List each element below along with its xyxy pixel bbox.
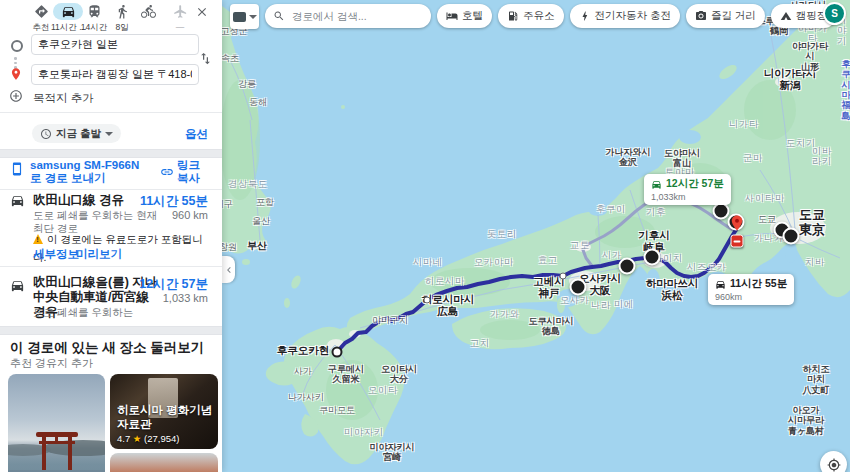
swap-icon (198, 51, 213, 66)
route-time: 11시간 55분 (140, 193, 208, 210)
chevron-left-icon (223, 264, 235, 276)
destination-marker[interactable] (728, 214, 746, 232)
route-title: 吹田山口線 경유 (33, 193, 155, 208)
car-icon (651, 179, 662, 190)
chip-gas[interactable]: 주유소 (498, 4, 564, 28)
chevron-down-icon (105, 132, 113, 136)
place-spot-marker[interactable] (713, 203, 730, 220)
bike-icon (141, 4, 156, 19)
car-icon (61, 4, 76, 19)
close-icon (195, 5, 209, 19)
add-circle-icon (9, 89, 23, 103)
chip-hotel[interactable]: 호텔 (437, 4, 492, 28)
add-destination-label[interactable]: 목적지 추가 (33, 91, 94, 106)
walk-icon (115, 4, 130, 19)
chevron-down-icon (249, 15, 257, 19)
place-card-torii-photo[interactable] (8, 374, 105, 472)
destination-input[interactable] (31, 64, 199, 85)
tab-bike[interactable] (131, 3, 165, 22)
swap-button[interactable] (198, 51, 213, 66)
road-closure-icon[interactable] (731, 235, 744, 248)
add-destination-button[interactable] (9, 89, 23, 103)
via-point-marker (424, 297, 431, 304)
layers-icon (233, 12, 246, 22)
link-icon (160, 165, 174, 179)
map-layers-button[interactable] (230, 4, 259, 29)
star-icon: ★ (133, 433, 142, 444)
search-input[interactable] (290, 9, 404, 23)
search-along-route[interactable] (265, 4, 431, 28)
tab-flight[interactable]: — (163, 3, 197, 32)
warning-icon: ! (33, 234, 43, 244)
send-to-phone-button[interactable]: samsung SM-F966N로 경로 보내기 (30, 159, 150, 185)
route-desc: 도로 폐쇄를 우회하는 (33, 306, 159, 319)
place-card-hiroshima-museum[interactable]: 히로시마 평화기념자료관 4.7 ★ (27,954) (110, 374, 218, 449)
destination-pin-icon (9, 67, 23, 81)
copy-link-button[interactable]: 링크 복사 (177, 159, 211, 185)
directions-icon (34, 4, 49, 19)
route-time: 12시간 57분 (139, 276, 208, 293)
route-distance: 1,033 km (163, 292, 208, 304)
directions-panel: 추천 11시간 ... 14시간 8일 — 목적지 추가 지금 출발 옵션 (0, 0, 222, 472)
clock-icon (40, 128, 52, 140)
places-subheading: 추천 경유지 추가 (10, 356, 93, 371)
gas-icon (507, 10, 519, 22)
car-icon (715, 279, 726, 290)
search-icon (273, 10, 285, 22)
origin-input[interactable] (31, 34, 199, 55)
place-card-rating: 4.7 ★ (27,954) (117, 433, 179, 444)
details-button[interactable]: 세부정보 (33, 247, 79, 262)
route-badge-selected[interactable]: 11시간 55분 960km (708, 274, 794, 305)
place-spot-marker[interactable] (783, 228, 800, 245)
map-chip-row: 호텔주유소전기자동차 충전즐길 거리캠핑장 (437, 4, 836, 28)
flight-icon (173, 4, 188, 19)
via-point-marker (560, 273, 567, 280)
transit-icon (87, 4, 102, 19)
depart-time-selector[interactable]: 지금 출발 (32, 124, 121, 143)
route-badge-alternate[interactable]: 12시간 57분 1,033km (644, 174, 731, 205)
hotel-icon (446, 10, 458, 22)
ev-icon (579, 10, 591, 22)
map-canvas[interactable]: 고성군속초강릉동해경상북도대구포항울산창원부산후쿠오카현사가구루메시 久留米오이… (222, 0, 850, 472)
options-button[interactable]: 옵션 (185, 127, 208, 142)
close-directions-button[interactable] (195, 5, 209, 19)
chip-ev[interactable]: 전기자동차 충전 (570, 4, 680, 28)
place-card-title: 히로시마 평화기념자료관 (117, 403, 218, 431)
smartphone-icon (10, 161, 24, 177)
avatar[interactable]: S (823, 2, 846, 25)
collapse-panel-button[interactable] (222, 256, 235, 283)
map-markers (222, 0, 850, 472)
places-heading: 이 경로에 있는 새 장소 둘러보기 (10, 339, 204, 357)
place-spot-marker[interactable] (644, 249, 661, 266)
chip-camera[interactable]: 즐길 거리 (686, 4, 765, 28)
tent-icon (780, 10, 792, 22)
preview-button[interactable]: 미리보기 (76, 247, 122, 262)
camera-icon (695, 10, 707, 22)
route-distance: 960 km (172, 209, 208, 221)
place-spot-marker[interactable] (619, 258, 636, 275)
origin-dot-icon (11, 40, 23, 52)
my-location-button[interactable] (820, 451, 847, 472)
origin-marker[interactable] (332, 347, 343, 358)
target-icon (827, 458, 841, 472)
car-icon (10, 278, 25, 293)
car-icon (10, 193, 25, 208)
place-card-photo[interactable] (110, 453, 218, 472)
place-spot-marker[interactable] (570, 279, 587, 296)
